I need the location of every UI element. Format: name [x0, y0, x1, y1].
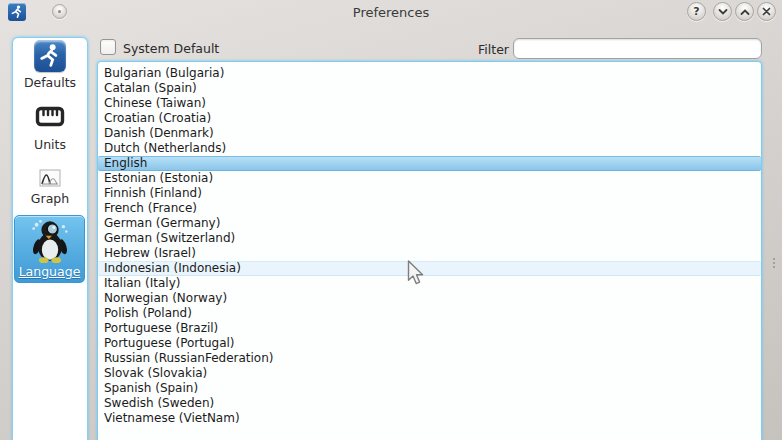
- list-item[interactable]: Catalan (Spain): [98, 81, 761, 96]
- list-item[interactable]: Slovak (Slovakia): [98, 366, 761, 381]
- filter-input[interactable]: [513, 38, 762, 59]
- list-item[interactable]: English: [98, 156, 761, 171]
- maximize-button[interactable]: [735, 2, 754, 21]
- system-default-checkbox[interactable]: [100, 39, 116, 55]
- list-item[interactable]: German (Germany): [98, 216, 761, 231]
- language-list: Bulgarian (Bulgaria)Catalan (Spain)Chine…: [97, 61, 762, 440]
- close-button[interactable]: [757, 2, 776, 21]
- list-item[interactable]: Estonian (Estonia): [98, 171, 761, 186]
- list-item[interactable]: Vietnamese (VietNam): [98, 411, 761, 426]
- ruler-icon: [35, 103, 65, 130]
- graph-icon: [39, 169, 61, 187]
- list-item[interactable]: Polish (Poland): [98, 306, 761, 321]
- list-item[interactable]: Hebrew (Israel): [98, 246, 761, 261]
- list-item[interactable]: Bulgarian (Bulgaria): [98, 66, 761, 81]
- sidebar-item-language[interactable]: Language: [14, 215, 85, 283]
- list-item[interactable]: Russian (RussianFederation): [98, 351, 761, 366]
- titlebar[interactable]: Preferences ?: [0, 0, 782, 25]
- chevron-down-icon: [718, 8, 728, 16]
- list-item[interactable]: German (Switzerland): [98, 231, 761, 246]
- diver-icon: [34, 40, 66, 72]
- minimize-button[interactable]: [713, 2, 732, 21]
- list-item[interactable]: Italian (Italy): [98, 276, 761, 291]
- list-item[interactable]: Portuguese (Portugal): [98, 336, 761, 351]
- help-button[interactable]: ?: [687, 2, 706, 21]
- list-item[interactable]: Swedish (Sweden): [98, 396, 761, 411]
- preferences-window: Preferences ? Defaults: [0, 0, 782, 440]
- close-icon: [762, 7, 771, 16]
- list-item[interactable]: Finnish (Finland): [98, 186, 761, 201]
- sidebar-label-language: Language: [15, 264, 84, 279]
- system-default-label[interactable]: System Default: [123, 41, 219, 56]
- preferences-sidebar: Defaults Units Graph: [12, 37, 88, 440]
- list-item[interactable]: Chinese (Taiwan): [98, 96, 761, 111]
- question-mark-icon: ?: [693, 5, 699, 18]
- list-item[interactable]: French (France): [98, 201, 761, 216]
- list-item[interactable]: Indonesian (Indonesia): [98, 261, 761, 276]
- list-item[interactable]: Portuguese (Brazil): [98, 321, 761, 336]
- window-title: Preferences: [0, 5, 782, 20]
- list-item[interactable]: Norwegian (Norway): [98, 291, 761, 306]
- sidebar-label-units: Units: [13, 137, 87, 152]
- penguin-icon: [27, 218, 73, 264]
- list-item[interactable]: Croatian (Croatia): [98, 111, 761, 126]
- list-item[interactable]: Dutch (Netherlands): [98, 141, 761, 156]
- list-item[interactable]: Spanish (Spain): [98, 381, 761, 396]
- resize-grip[interactable]: [772, 256, 776, 270]
- sidebar-label-defaults: Defaults: [13, 75, 87, 90]
- chevron-up-icon: [740, 8, 750, 16]
- list-item[interactable]: Danish (Denmark): [98, 126, 761, 141]
- filter-label: Filter: [478, 42, 509, 57]
- sidebar-label-graph: Graph: [13, 191, 87, 206]
